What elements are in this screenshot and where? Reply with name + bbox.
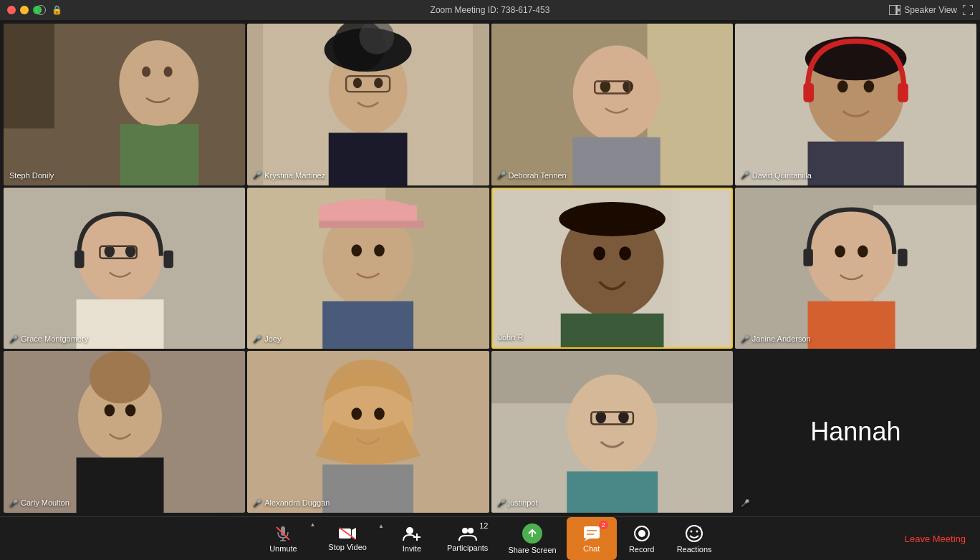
record-label: Record bbox=[629, 545, 654, 554]
svg-point-8 bbox=[142, 67, 150, 77]
svg-point-31 bbox=[863, 80, 874, 92]
svg-rect-4 bbox=[4, 24, 54, 128]
svg-rect-92 bbox=[339, 528, 351, 539]
svg-marker-102 bbox=[584, 539, 590, 541]
participant-name-deborah: Deborah Tennen bbox=[509, 171, 567, 180]
svg-point-48 bbox=[352, 244, 362, 256]
svg-rect-50 bbox=[322, 301, 413, 349]
video-cell-justinpot: 🎤 justinpot bbox=[491, 351, 733, 513]
svg-rect-17 bbox=[329, 132, 408, 185]
svg-point-58 bbox=[619, 246, 631, 260]
video-chevron-btn[interactable]: ▲ bbox=[377, 523, 387, 544]
title-bar: i 🔒 Zoom Meeting ID: 738-617-453 Speaker… bbox=[0, 0, 980, 20]
video-feed-justinpot bbox=[491, 351, 733, 513]
svg-point-14 bbox=[353, 78, 362, 89]
info-icon[interactable]: i bbox=[36, 5, 46, 15]
video-cell-janine: 🎤 Janine Anderson bbox=[735, 188, 976, 349]
svg-point-99 bbox=[468, 528, 474, 534]
svg-point-73 bbox=[105, 405, 115, 417]
participant-name-justinpot: justinpot bbox=[509, 498, 538, 507]
svg-point-106 bbox=[638, 530, 645, 537]
video-chevron-icon: ▲ bbox=[378, 523, 384, 529]
video-feed-krystina bbox=[247, 24, 489, 185]
video-cell-alexandra: 🎤 Alexandra Duggan bbox=[247, 351, 489, 513]
svg-point-59 bbox=[559, 202, 666, 236]
speaker-view-btn[interactable]: Speaker View bbox=[889, 5, 957, 15]
video-cell-steph: Steph Donily bbox=[4, 24, 245, 185]
participant-name-alexandra: Alexandra Duggan bbox=[264, 498, 330, 507]
reactions-button[interactable]: + Reactions bbox=[667, 517, 722, 560]
svg-rect-33 bbox=[807, 142, 903, 185]
invite-button[interactable]: Invite bbox=[387, 517, 437, 560]
speaker-view-label: Speaker View bbox=[904, 5, 957, 15]
stop-video-button[interactable]: Stop Video bbox=[318, 523, 377, 555]
unmute-chevron-btn[interactable]: ▲ bbox=[308, 521, 318, 542]
video-feed-janine bbox=[735, 188, 976, 349]
unmute-button[interactable]: Unmute bbox=[258, 521, 308, 556]
title-icons-left: i 🔒 bbox=[36, 5, 62, 15]
participant-name-carly: Carly Moulton bbox=[21, 498, 69, 507]
unmute-group: Unmute ▲ bbox=[258, 521, 318, 556]
name-tag-alexandra: 🎤 Alexandra Duggan bbox=[253, 498, 330, 507]
video-cell-carly: 🎤 Carly Moulton bbox=[4, 351, 245, 513]
participant-name-janine: Janine Anderson bbox=[752, 334, 811, 343]
close-button[interactable] bbox=[7, 6, 16, 14]
title-icons-right: Speaker View bbox=[889, 5, 973, 15]
name-tag-janine: 🎤 Janine Anderson bbox=[741, 334, 811, 343]
chat-badge: 2 bbox=[599, 521, 608, 529]
video-feed-steph bbox=[4, 24, 245, 185]
unmute-chevron-icon: ▲ bbox=[309, 521, 315, 528]
participants-icon bbox=[458, 526, 477, 541]
svg-rect-27 bbox=[572, 137, 660, 185]
unmute-label: Unmute bbox=[269, 544, 297, 553]
mute-icon-david: 🎤 bbox=[741, 171, 749, 179]
share-screen-button[interactable]: Share Screen bbox=[498, 517, 566, 560]
svg-rect-43 bbox=[75, 250, 84, 267]
name-tag-david: 🎤 David Quintanilla bbox=[741, 171, 812, 180]
mute-icon-alexandra: 🎤 bbox=[253, 499, 261, 507]
chat-label: Chat bbox=[583, 544, 600, 553]
toolbar: Unmute ▲ Stop Video ▲ Invite bbox=[0, 516, 980, 560]
svg-point-74 bbox=[125, 405, 136, 417]
svg-rect-69 bbox=[898, 248, 907, 266]
svg-point-78 bbox=[352, 408, 362, 420]
svg-rect-101 bbox=[584, 526, 600, 539]
name-tag-hannah: 🎤 bbox=[741, 499, 749, 507]
svg-rect-35 bbox=[898, 83, 908, 102]
svg-point-95 bbox=[406, 527, 413, 534]
svg-point-79 bbox=[374, 408, 385, 420]
share-screen-icon bbox=[522, 523, 542, 544]
hannah-name-display: Hannah bbox=[810, 417, 900, 447]
video-feed-joey bbox=[247, 188, 489, 349]
svg-rect-34 bbox=[803, 83, 814, 102]
name-tag-steph: Steph Donily bbox=[9, 171, 54, 180]
svg-rect-68 bbox=[803, 248, 812, 266]
svg-rect-67 bbox=[807, 301, 895, 349]
minimize-button[interactable] bbox=[20, 6, 29, 14]
chat-button[interactable]: Chat 2 bbox=[567, 517, 617, 560]
svg-point-15 bbox=[374, 78, 383, 89]
video-feed-david bbox=[735, 24, 976, 185]
svg-point-64 bbox=[807, 209, 895, 305]
participant-name-grace: Grace Montgomery bbox=[21, 334, 88, 343]
upload-arrow-icon bbox=[527, 528, 538, 539]
svg-rect-53 bbox=[320, 221, 424, 228]
meeting-title: Zoom Meeting ID: 738-617-453 bbox=[431, 5, 550, 15]
svg-rect-2 bbox=[897, 11, 900, 15]
mute-icon-carly: 🎤 bbox=[9, 499, 18, 507]
leave-meeting-button[interactable]: Leave Meeting bbox=[905, 534, 966, 544]
participants-button[interactable]: Participants 12 bbox=[437, 517, 498, 560]
svg-point-98 bbox=[462, 528, 468, 534]
name-tag-justinpot: 🎤 justinpot bbox=[497, 498, 538, 507]
fullscreen-icon[interactable] bbox=[963, 5, 973, 15]
participant-name-krystina: Krystina Martinez bbox=[264, 171, 325, 180]
svg-point-84 bbox=[595, 411, 606, 423]
video-cell-deborah: 🎤 Deborah Tennen bbox=[491, 24, 733, 185]
participants-label: Participants bbox=[447, 544, 488, 552]
camera-icon bbox=[338, 526, 357, 541]
record-button[interactable]: Record bbox=[617, 517, 667, 560]
svg-rect-0 bbox=[889, 5, 896, 15]
mute-icon-joey: 🎤 bbox=[253, 335, 261, 343]
share-screen-label: Share Screen bbox=[508, 546, 556, 554]
svg-point-108 bbox=[691, 530, 693, 532]
